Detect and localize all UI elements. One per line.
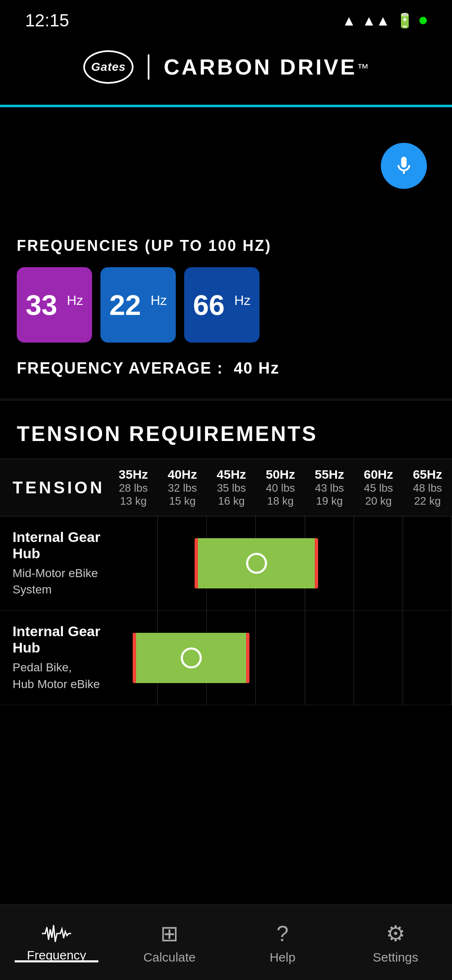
tension-col-0: 35Hz 28 lbs 13 kg — [109, 467, 158, 508]
bottom-spacer — [0, 705, 452, 789]
frequencies-label: FREQUENCIES (UP TO 100 HZ) — [17, 237, 435, 255]
tension-label-col: TENSION — [0, 478, 109, 497]
tension-section: TENSION REQUIREMENTS TENSION 35Hz 28 lbs… — [0, 409, 452, 705]
red-edge-right-1 — [315, 538, 318, 588]
nav-item-help[interactable]: ? Help — [226, 921, 339, 965]
status-bar: 12:15 ▲ ▲▲ 🔋 — [0, 0, 452, 34]
tension-row-2: Internal Gear Hub Pedal Bike,Hub Motor e… — [0, 611, 452, 705]
freq-unit-2: Hz — [151, 293, 167, 308]
nav-item-calculate[interactable]: ⊞ Calculate — [113, 921, 226, 965]
col-hz-5: 60Hz — [354, 467, 403, 482]
grid-line — [354, 611, 403, 704]
freq-value-3: 66 Hz — [193, 289, 251, 321]
grid-line — [109, 516, 158, 610]
col-kg-4: 19 kg — [305, 495, 354, 508]
tension-row-label-1: Internal Gear Hub Mid-Motor eBike System — [0, 516, 109, 610]
tension-cols: 35Hz 28 lbs 13 kg 40Hz 32 lbs 15 kg 45Hz… — [109, 467, 452, 508]
nav-item-frequency[interactable]: Frequency — [0, 923, 113, 962]
freq-average: FREQUENCY AVERAGE : 40 Hz — [17, 359, 435, 377]
col-lbs-6: 48 lbs — [403, 482, 452, 495]
trademark-symbol: ™ — [357, 62, 369, 75]
nav-underline — [15, 960, 98, 962]
freq-box-1: 33 Hz — [17, 267, 92, 343]
green-bar-2 — [133, 633, 249, 683]
freq-value-2: 22 Hz — [109, 289, 167, 321]
gates-logo-text: Gates — [91, 60, 126, 74]
grid-line — [403, 611, 452, 704]
tension-col-6: 65Hz 48 lbs 22 kg — [403, 467, 452, 508]
freq-average-value: 40 Hz — [234, 359, 279, 377]
col-hz-0: 35Hz — [109, 467, 158, 482]
tension-col-1: 40Hz 32 lbs 15 kg — [158, 467, 207, 508]
tension-col-4: 55Hz 43 lbs 19 kg — [305, 467, 354, 508]
tension-row-label-2: Internal Gear Hub Pedal Bike,Hub Motor e… — [0, 611, 109, 704]
col-kg-1: 15 kg — [158, 495, 207, 508]
battery-dot — [419, 17, 427, 24]
tension-title: TENSION REQUIREMENTS — [0, 422, 452, 446]
battery-icon: 🔋 — [396, 12, 413, 29]
dark-separator — [0, 398, 452, 401]
mic-area — [0, 107, 452, 224]
col-kg-5: 20 kg — [354, 495, 403, 508]
freq-average-label: FREQUENCY AVERAGE : — [17, 359, 223, 377]
tension-col-5: 60Hz 45 lbs 20 kg — [354, 467, 403, 508]
logo-container: Gates CARBON DRIVE™ — [83, 50, 369, 84]
help-icon: ? — [277, 921, 289, 946]
col-hz-2: 45Hz — [207, 467, 256, 482]
freq-value-1: 33 Hz — [26, 289, 83, 321]
col-lbs-0: 28 lbs — [109, 482, 158, 495]
green-bar-1 — [195, 538, 318, 588]
freq-boxes: 33 Hz 22 Hz 66 Hz — [17, 267, 435, 343]
nav-label-calculate: Calculate — [143, 950, 195, 965]
logo-divider — [148, 54, 149, 80]
red-edge-left-1 — [195, 538, 198, 588]
tension-row-1: Internal Gear Hub Mid-Motor eBike System — [0, 516, 452, 611]
grid-line — [305, 611, 354, 704]
grid-line — [403, 516, 452, 610]
row-1-subtitle: Mid-Motor eBike System — [13, 565, 100, 598]
red-edge-right-2 — [246, 633, 249, 683]
row-2-subtitle: Pedal Bike,Hub Motor eBike — [13, 659, 100, 692]
col-lbs-2: 35 lbs — [207, 482, 256, 495]
mic-icon — [393, 155, 415, 177]
status-icons: ▲ ▲▲ 🔋 — [342, 12, 427, 29]
freq-box-2: 22 Hz — [100, 267, 176, 343]
gates-logo-oval: Gates — [83, 50, 134, 84]
app-header: Gates CARBON DRIVE™ — [0, 34, 452, 96]
row-2-title: Internal Gear Hub — [13, 623, 100, 656]
tension-bar-area-2 — [109, 611, 452, 704]
tension-table-header: TENSION 35Hz 28 lbs 13 kg 40Hz 32 lbs 15… — [0, 459, 452, 516]
signal-icon: ▲▲ — [362, 13, 390, 29]
tension-col-2: 45Hz 35 lbs 16 kg — [207, 467, 256, 508]
col-lbs-5: 45 lbs — [354, 482, 403, 495]
carbon-drive-label: CARBON DRIVE — [164, 55, 357, 79]
bottom-nav: Frequency ⊞ Calculate ? Help ⚙ Settings — [0, 905, 452, 980]
calculate-icon: ⊞ — [160, 921, 179, 946]
mic-button[interactable] — [381, 143, 427, 189]
frequency-icon — [42, 923, 71, 944]
carbon-drive-text: CARBON DRIVE™ — [164, 54, 369, 80]
grid-line — [256, 611, 305, 704]
nav-item-settings[interactable]: ⚙ Settings — [339, 921, 452, 965]
col-kg-0: 13 kg — [109, 495, 158, 508]
wifi-icon: ▲ — [342, 13, 356, 29]
col-lbs-4: 43 lbs — [305, 482, 354, 495]
col-hz-1: 40Hz — [158, 467, 207, 482]
col-hz-6: 65Hz — [403, 467, 452, 482]
frequencies-section: FREQUENCIES (UP TO 100 HZ) 33 Hz 22 Hz 6… — [0, 224, 452, 390]
freq-box-3: 66 Hz — [184, 267, 259, 343]
tension-bar-area-1 — [109, 516, 452, 610]
col-hz-4: 55Hz — [305, 467, 354, 482]
row-1-title: Internal Gear Hub — [13, 529, 100, 562]
status-time: 12:15 — [25, 10, 69, 31]
col-hz-3: 50Hz — [256, 467, 305, 482]
nav-label-settings: Settings — [373, 950, 418, 965]
tension-col-3: 50Hz 40 lbs 18 kg — [256, 467, 305, 508]
tension-label-text: TENSION — [13, 478, 105, 497]
col-lbs-1: 32 lbs — [158, 482, 207, 495]
col-kg-2: 16 kg — [207, 495, 256, 508]
bar-indicator-1 — [246, 553, 267, 574]
bar-indicator-2 — [181, 647, 202, 668]
col-kg-6: 22 kg — [403, 495, 452, 508]
nav-label-help: Help — [270, 950, 295, 965]
